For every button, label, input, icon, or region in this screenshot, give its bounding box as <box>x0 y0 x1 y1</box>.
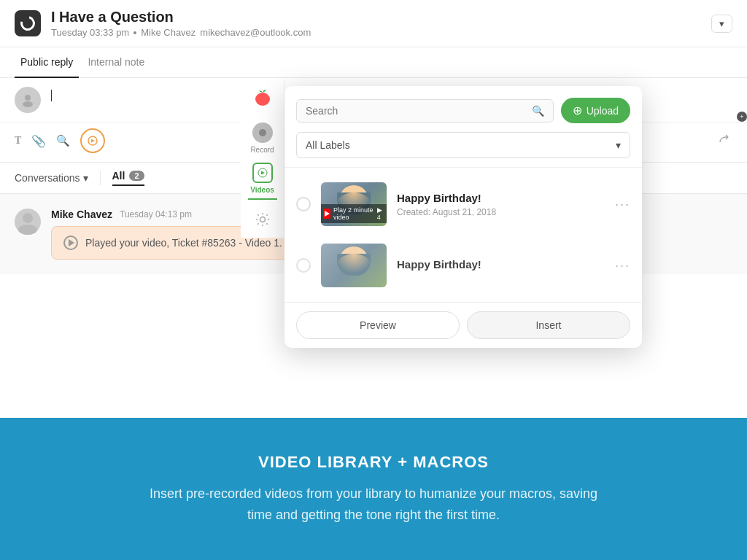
sidebar-icon-tomato[interactable] <box>253 88 272 108</box>
message-time: Tuesday 04:13 pm <box>120 209 192 219</box>
avatar-plus-icon: + <box>737 112 747 122</box>
conversations-label[interactable]: Conversations ▾ <box>15 172 88 184</box>
upload-label: Upload <box>587 105 619 117</box>
tab-all[interactable]: All 2 <box>112 170 144 186</box>
search-input[interactable] <box>306 105 526 117</box>
ticket-title: I Have a Question <box>51 9 311 26</box>
tab-internal-note[interactable]: Internal note <box>82 47 150 78</box>
video-checkbox-1[interactable] <box>296 197 311 211</box>
video-icon-highlighted[interactable] <box>80 128 105 153</box>
video-play-overlay-1: Play 2 minute video ▶ 4 <box>321 204 387 223</box>
play-button-small-1 <box>323 209 330 219</box>
video-info-1: Happy Birthday! Created: August 21, 2018 <box>397 192 605 217</box>
reply-forward-icon[interactable] <box>718 132 732 149</box>
reply-avatar: + <box>15 87 41 114</box>
meta-email: mikechavez@outlook.com <box>200 27 311 38</box>
header: I Have a Question Tuesday 03:33 pm Mike … <box>0 0 747 47</box>
video-info-2: Happy Birthday! <box>397 258 605 273</box>
header-dropdown-button[interactable]: ▾ <box>711 15 732 33</box>
svg-point-4 <box>18 225 37 235</box>
video-date-1: Created: August 21, 2018 <box>397 207 605 217</box>
preview-button[interactable]: Preview <box>296 311 460 339</box>
promo-text: Insert pre-recorded videos from your lib… <box>147 483 600 526</box>
video-duration-1: Play 2 minute video <box>333 206 374 221</box>
tab-public-reply[interactable]: Public reply <box>15 47 79 78</box>
svg-point-3 <box>23 213 33 223</box>
dropdown-chevron: ▾ <box>616 139 621 151</box>
ticket-meta: Tuesday 03:33 pm Mike Chavez mikechavez@… <box>51 27 311 38</box>
video-more-2[interactable]: ··· <box>615 258 630 273</box>
upload-plus-icon: ⊕ <box>573 104 582 117</box>
sidebar-panel: Record Videos <box>241 80 285 238</box>
search-icon[interactable]: 🔍 <box>56 134 70 147</box>
video-checkbox-2[interactable] <box>296 258 311 273</box>
overlay-footer: Preview Insert <box>285 302 642 348</box>
record-label: Record <box>250 146 274 154</box>
svg-point-7 <box>260 217 265 222</box>
labels-dropdown[interactable]: All Labels ▾ <box>296 132 630 158</box>
labels-bar: All Labels ▾ <box>285 132 642 167</box>
video-title-2: Happy Birthday! <box>397 258 605 271</box>
videos-active-indicator <box>248 198 277 200</box>
meta-user: Mike Chavez <box>141 27 196 38</box>
message-sender: Mike Chavez <box>51 209 112 220</box>
user-avatar: + <box>15 87 41 113</box>
video-title-1: Happy Birthday! <box>397 192 605 204</box>
overlay-header: 🔍 ⊕ Upload <box>285 86 642 132</box>
video-duration-time-1: ▶ 4 <box>377 206 384 221</box>
video-library-overlay: 🔍 ⊕ Upload All Labels ▾ <box>285 86 642 348</box>
svg-point-0 <box>25 95 31 101</box>
video-list: Play 2 minute video ▶ 4 Happy Birthday! … <box>285 168 642 302</box>
header-left: I Have a Question Tuesday 03:33 pm Mike … <box>15 9 311 38</box>
video-item-2: Happy Birthday! ··· <box>285 235 642 296</box>
videos-icon <box>252 163 273 183</box>
message-text: Played your video, Ticket #85263 - Video… <box>85 237 282 249</box>
sidebar-record-item[interactable]: Record <box>250 122 274 154</box>
video-thumbnail-1: Play 2 minute video ▶ 4 <box>321 182 387 226</box>
upload-button[interactable]: ⊕ Upload <box>561 98 630 123</box>
insert-button[interactable]: Insert <box>467 311 630 339</box>
header-info: I Have a Question Tuesday 03:33 pm Mike … <box>51 9 311 38</box>
video-more-1[interactable]: ··· <box>615 197 630 212</box>
meta-day: Tuesday 03:33 pm <box>51 27 129 38</box>
video-thumbnail-2 <box>321 244 387 287</box>
conversations-chevron: ▾ <box>83 172 88 184</box>
record-icon <box>252 122 273 143</box>
logo-icon <box>15 10 41 36</box>
message-avatar <box>15 209 41 235</box>
svg-point-1 <box>23 101 33 107</box>
conv-badge: 2 <box>129 171 144 181</box>
text-cursor <box>51 90 52 101</box>
promo-section: VIDEO LIBRARY + MACROS Insert pre-record… <box>0 418 747 560</box>
meta-dot <box>133 31 136 34</box>
promo-title: VIDEO LIBRARY + MACROS <box>258 453 489 472</box>
sidebar-videos-item[interactable]: Videos <box>248 163 277 200</box>
text-format-icon[interactable]: T <box>15 135 21 147</box>
search-icon: 🔍 <box>532 105 544 117</box>
video-item-1: Play 2 minute video ▶ 4 Happy Birthday! … <box>285 174 642 235</box>
conv-separator <box>100 171 101 185</box>
play-icon <box>63 236 78 250</box>
svg-point-5 <box>255 93 270 106</box>
labels-default: All Labels <box>306 139 350 151</box>
sidebar-gear-item[interactable] <box>255 211 271 230</box>
videos-label: Videos <box>250 186 274 194</box>
reply-tabs: Public reply Internal note <box>0 47 747 78</box>
search-box[interactable]: 🔍 <box>296 99 554 122</box>
play-triangle <box>69 239 74 246</box>
attachment-icon[interactable]: 📎 <box>31 134 46 148</box>
